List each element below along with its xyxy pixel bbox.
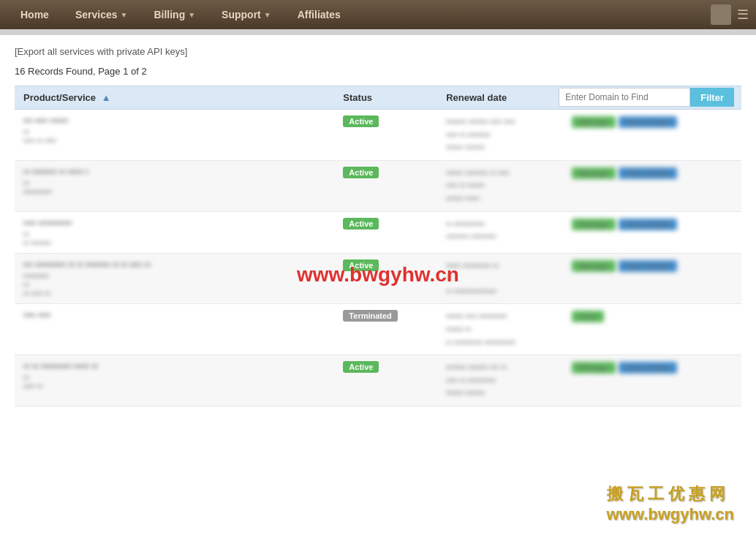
product-label: ••••••••••: [23, 187, 325, 196]
product-cell: ••• •••••••••• •• •• •••••••• •• •• ••••…: [15, 253, 334, 304]
product-sub: ••: [23, 373, 325, 382]
nav-support[interactable]: Support ▼: [208, 0, 284, 29]
avatar: [711, 4, 731, 25]
col-renewal: Renewal date: [437, 86, 562, 110]
product-cell: •••• ••••••••••• •• •• •••••••: [15, 211, 334, 253]
renewal-cell: ••••••• ••••••• ••• •••••• •• ••••••••••…: [437, 355, 562, 406]
table-row: ••• •••• •••••• •• •••• •• •••• Active••…: [15, 110, 741, 161]
sort-arrow-icon[interactable]: ▲: [102, 92, 111, 103]
product-cell: ••• •••• •••••• •• •••• •• ••••: [15, 110, 334, 161]
nav-home[interactable]: Home: [7, 0, 62, 29]
product-name: •• •••••••• •• ••••• •: [23, 167, 325, 177]
product-sub: •••••••••: [23, 271, 325, 280]
renewal-info: ••••••• ••••••• •••• •••••••• •• •••••••…: [446, 115, 553, 154]
renewal-info: •• ••••••••••••••••••• •••••••••: [446, 218, 553, 243]
table-row: •••• •••• Terminated•••••• •••• ••••••••…: [15, 304, 741, 355]
filter-button[interactable]: Filter: [690, 88, 734, 107]
separator: [0, 29, 756, 35]
product-name: •••• •••••••••••: [23, 218, 325, 228]
product-label: •• •••••••: [23, 238, 325, 247]
product-name: •• •• •••••••••• ••••• ••: [23, 361, 325, 371]
manage-cell: ManageView Details: [562, 211, 741, 253]
product-sub: ••: [23, 127, 325, 136]
main-content: [Export all services with private API ke…: [0, 35, 756, 546]
services-table: Product/Service ▲ Status Renewal date Ma…: [15, 86, 741, 406]
nav-services[interactable]: Services ▼: [62, 0, 141, 29]
table-row: •• •• •••••••••• ••••• •• •• •••• •• Act…: [15, 355, 741, 406]
status-badge: Active: [343, 218, 379, 230]
product-label: ••: [23, 280, 325, 289]
export-link[interactable]: [Export all services with private API ke…: [15, 46, 187, 57]
manage-cell: ManageView Details: [562, 110, 741, 161]
product-sub: ••: [23, 178, 325, 187]
status-cell: Active: [334, 160, 437, 211]
manage-button[interactable]: Manage: [572, 116, 616, 128]
product-label2: •• •••• ••: [23, 289, 325, 297]
view-details-button[interactable]: View Details: [619, 167, 677, 179]
filter-bar: Filter: [559, 88, 734, 107]
support-dropdown-arrow: ▼: [264, 11, 271, 19]
view-details-button[interactable]: View Details: [619, 362, 677, 374]
view-details-button[interactable]: View Details: [619, 260, 677, 272]
product-cell: •• •• •••••••••• ••••• •• •• •••• ••: [15, 355, 334, 406]
renewal-info: ••••• •••••••••• •••••• •••••••••••••••: [446, 259, 553, 298]
nav-affiliates[interactable]: Affiliates: [284, 0, 354, 29]
manage-button[interactable]: Manage: [572, 219, 616, 230]
renewal-cell: ••••••• ••••••• •••• •••••••• •• •••••••…: [437, 110, 562, 161]
status-cell: Active: [334, 253, 437, 304]
manage-cell: ManageView Details: [562, 253, 741, 304]
renewal-cell: •••••• •••••••• •• •••••••• •• •••••••••…: [437, 160, 562, 211]
table-row: •• •••••••• •• ••••• • •• •••••••••• Act…: [15, 160, 741, 211]
manage-cell: View: [562, 304, 741, 355]
manage-button[interactable]: Manage: [572, 362, 616, 374]
status-cell: Active: [334, 211, 437, 253]
nav-billing[interactable]: Billing ▼: [140, 0, 208, 29]
product-name: ••• •••••••••• •• •• •••••••• •• •• ••••…: [23, 259, 325, 270]
table-row: •••• ••••••••••• •• •• ••••••• Active•• …: [15, 211, 741, 253]
manage-cell: ManageView Details: [562, 355, 741, 406]
renewal-cell: •• ••••••••••••••••••• •••••••••: [437, 211, 562, 253]
renewal-info: ••••••• ••••••• ••• •••••• •• ••••••••••…: [446, 361, 553, 400]
product-label: •••• ••: [23, 382, 325, 390]
renewal-cell: •••••• •••• •••••••••••••••• •••• ••••••…: [437, 304, 562, 355]
status-badge: Terminated: [343, 310, 397, 322]
manage-button[interactable]: Manage: [572, 167, 616, 179]
status-badge: Active: [343, 259, 379, 271]
product-sub: ••: [23, 230, 325, 238]
col-product: Product/Service ▲: [15, 86, 334, 110]
col-status: Status: [334, 86, 437, 110]
renewal-cell: ••••• •••••••••• •••••• •••••••••••••••: [437, 253, 562, 304]
status-cell: Active: [334, 355, 437, 406]
export-link-container: [Export all services with private API ke…: [15, 46, 741, 57]
nav-username: ··· ···: [687, 10, 705, 20]
renewal-info: •••••• •••••••• •• •••••••• •• •••••••••…: [446, 167, 553, 205]
records-info: 16 Records Found, Page 1 of 2: [15, 66, 741, 77]
product-name: •••• ••••: [23, 310, 325, 320]
billing-dropdown-arrow: ▼: [188, 11, 195, 19]
status-badge: Active: [343, 115, 379, 127]
manage-button[interactable]: Manage: [572, 260, 616, 272]
nav-right: ··· ··· ☰: [687, 4, 749, 25]
status-cell: Terminated: [334, 304, 437, 355]
status-cell: Active: [334, 110, 437, 161]
table-row: ••• •••••••••• •• •• •••••••• •• •• ••••…: [15, 253, 741, 304]
services-dropdown-arrow: ▼: [121, 11, 128, 19]
manage-cell: ManageView Details: [562, 160, 741, 211]
product-name: ••• •••• ••••••: [23, 115, 325, 126]
renewal-info: •••••• •••• •••••••••••••••• •••• ••••••…: [446, 310, 553, 349]
status-badge: Active: [343, 167, 379, 178]
product-label: •••• •• ••••: [23, 136, 325, 145]
navbar: Home Services ▼ Billing ▼ Support ▼ Affi…: [0, 0, 756, 29]
view-details-button[interactable]: View Details: [619, 116, 677, 128]
manage-button[interactable]: View: [572, 311, 604, 322]
product-cell: •• •••••••• •• ••••• • •• ••••••••••: [15, 160, 334, 211]
view-details-button[interactable]: View Details: [619, 219, 677, 230]
nav-menu-icon[interactable]: ☰: [737, 7, 749, 23]
product-cell: •••• ••••: [15, 304, 334, 355]
domain-filter-input[interactable]: [559, 88, 690, 107]
status-badge: Active: [343, 361, 379, 373]
